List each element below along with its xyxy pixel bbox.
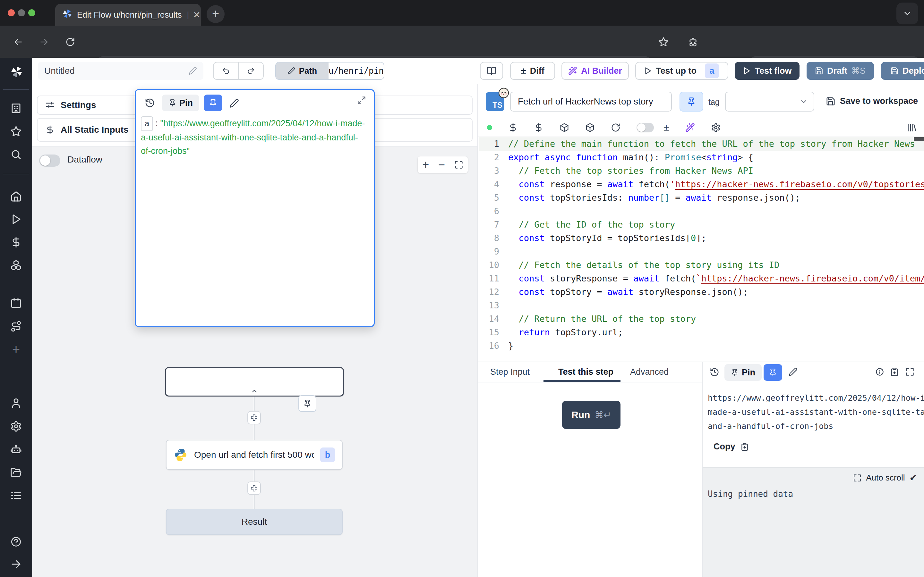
code-line[interactable]: 12 const topStory = await storyResponse.… bbox=[479, 285, 924, 299]
user-icon[interactable] bbox=[10, 398, 22, 409]
result-value[interactable]: https://www.geoffreylitt.com/2025/04/12/… bbox=[708, 391, 924, 434]
test-up-to-step-badge[interactable]: a bbox=[705, 63, 719, 78]
add-step-button[interactable] bbox=[247, 411, 261, 424]
add-step-button[interactable] bbox=[247, 482, 261, 495]
docs-book-button[interactable] bbox=[480, 62, 503, 80]
ai-builder-button[interactable]: AI Builder bbox=[561, 62, 629, 80]
code-line[interactable]: 1// Define the main function to fetch th… bbox=[479, 137, 924, 151]
package-icon[interactable] bbox=[585, 123, 595, 132]
flows-route-icon[interactable] bbox=[10, 321, 22, 332]
fit-view-icon[interactable] bbox=[454, 160, 463, 169]
node-pin-badge[interactable] bbox=[298, 395, 317, 412]
help-icon[interactable] bbox=[10, 536, 22, 548]
diff-button[interactable]: ± Diff bbox=[510, 62, 555, 80]
bookmark-star-icon[interactable] bbox=[658, 37, 669, 47]
code-line[interactable]: 2export async function main(): Promise<s… bbox=[479, 151, 924, 164]
code-line[interactable]: 13 bbox=[479, 299, 924, 312]
editor-settings-gear-icon[interactable] bbox=[711, 123, 720, 132]
code-line[interactable]: 4 const response = await fetch('https://… bbox=[479, 177, 924, 191]
step-pin-active-button[interactable] bbox=[680, 92, 703, 111]
history-icon[interactable] bbox=[710, 367, 719, 377]
flow-step-node-a[interactable] bbox=[165, 367, 344, 396]
test-up-to-button[interactable]: Test up to a bbox=[635, 62, 728, 80]
auto-scroll-control[interactable]: Auto scroll ✔ bbox=[853, 472, 917, 483]
tag-select[interactable] bbox=[725, 92, 814, 111]
draft-button[interactable]: Draft ⌘S bbox=[806, 62, 874, 80]
ai-robot-icon[interactable] bbox=[10, 444, 22, 455]
settings-gear-icon[interactable] bbox=[10, 421, 22, 432]
maximize-window-button[interactable] bbox=[28, 9, 35, 16]
expand-log-icon[interactable] bbox=[853, 474, 861, 482]
close-window-button[interactable] bbox=[8, 9, 15, 16]
diff-icon[interactable]: ± bbox=[664, 122, 669, 134]
result-pin-button[interactable]: Pin bbox=[724, 364, 762, 381]
browser-tab[interactable]: Edit Flow u/henri/pin_results | ✕ bbox=[55, 4, 201, 26]
save-to-workspace-button[interactable]: Save to workspace bbox=[826, 96, 918, 106]
history-icon[interactable] bbox=[145, 98, 155, 108]
code-line[interactable]: 16} bbox=[479, 339, 924, 353]
flow-step-node-b[interactable]: Open url and fetch first 500 words of ..… bbox=[166, 440, 342, 470]
workspace-building-icon[interactable] bbox=[10, 103, 22, 114]
step-name-input[interactable]: Fetch url of HackerNews top story bbox=[510, 92, 672, 111]
code-line[interactable]: 5 const topStoriesIds: number[] = await … bbox=[479, 191, 924, 205]
flow-name-input[interactable]: Untitled bbox=[38, 62, 204, 80]
redo-button[interactable] bbox=[239, 63, 263, 79]
pinned-value[interactable]: a : "https://www.geoffreylitt.com/2025/0… bbox=[141, 116, 365, 158]
audit-list-icon[interactable] bbox=[10, 490, 22, 501]
editor-scrollbar-thumb[interactable] bbox=[914, 137, 924, 141]
folders-icon[interactable] bbox=[10, 467, 22, 478]
favorites-star-icon[interactable] bbox=[10, 126, 22, 137]
edit-pencil-icon[interactable] bbox=[788, 367, 798, 376]
variable-dollar-icon[interactable] bbox=[508, 123, 518, 132]
tab-search-button[interactable] bbox=[897, 3, 918, 24]
test-flow-button[interactable]: Test flow bbox=[735, 62, 800, 80]
resource-dollar-icon[interactable] bbox=[534, 123, 543, 132]
windmill-logo-icon[interactable] bbox=[10, 65, 22, 77]
result-pin-active-button[interactable] bbox=[764, 364, 782, 381]
run-button[interactable]: Run ⌘↵ bbox=[562, 401, 620, 429]
code-line[interactable]: 7 // Get the ID of the top story bbox=[479, 218, 924, 231]
collapse-chevron-up-icon[interactable] bbox=[250, 387, 259, 395]
code-line[interactable]: 8 const topStoryId = topStoriesIds[0]; bbox=[479, 231, 924, 245]
variables-dollar-icon[interactable] bbox=[10, 237, 22, 248]
home-icon[interactable] bbox=[10, 190, 22, 202]
clipboard-icon[interactable] bbox=[890, 367, 899, 376]
pin-button[interactable]: Pin bbox=[162, 95, 199, 111]
flow-result-node[interactable]: Result bbox=[166, 509, 342, 535]
schedules-calendar-icon[interactable] bbox=[10, 298, 22, 309]
tab-advanced[interactable]: Advanced bbox=[630, 362, 669, 382]
code-editor[interactable]: 1// Define the main function to fetch th… bbox=[479, 137, 924, 362]
runs-play-icon[interactable] bbox=[10, 213, 22, 225]
tab-close-icon[interactable]: ✕ bbox=[193, 10, 200, 20]
zoom-in-icon[interactable]: + bbox=[422, 158, 429, 171]
tab-step-input[interactable]: Step Input bbox=[490, 362, 530, 382]
editor-toggle[interactable] bbox=[636, 123, 654, 132]
dataflow-toggle[interactable] bbox=[39, 155, 60, 167]
back-icon[interactable] bbox=[13, 37, 23, 47]
resources-cubes-icon[interactable] bbox=[10, 259, 22, 271]
fullscreen-icon[interactable] bbox=[905, 367, 914, 376]
minimize-window-button[interactable] bbox=[18, 9, 25, 16]
code-line[interactable]: 6 bbox=[479, 205, 924, 218]
pin-active-button[interactable] bbox=[204, 95, 222, 111]
undo-button[interactable] bbox=[214, 63, 239, 79]
library-icon[interactable] bbox=[907, 122, 917, 133]
deploy-button[interactable]: Deploy bbox=[881, 62, 924, 80]
new-tab-button[interactable]: + bbox=[207, 5, 225, 23]
add-plus-icon[interactable]: + bbox=[10, 343, 22, 355]
info-icon[interactable] bbox=[875, 367, 884, 376]
ai-wand-icon[interactable] bbox=[685, 123, 695, 132]
search-icon[interactable] bbox=[10, 149, 22, 160]
forward-icon[interactable] bbox=[39, 37, 49, 47]
collapse-arrow-icon[interactable] bbox=[10, 558, 22, 570]
extensions-puzzle-icon[interactable] bbox=[688, 37, 698, 47]
code-line[interactable]: 15 return topStory.url; bbox=[479, 326, 924, 339]
code-line[interactable]: 11 const storyResponse = await fetch(`ht… bbox=[479, 272, 924, 285]
zoom-out-icon[interactable]: − bbox=[438, 158, 445, 171]
code-line[interactable]: 10 // Fetch the details of the top story… bbox=[479, 258, 924, 272]
reload-icon[interactable] bbox=[65, 37, 75, 47]
expand-icon[interactable] bbox=[357, 96, 366, 105]
reload-icon[interactable] bbox=[611, 123, 620, 132]
code-line[interactable]: 3 // Fetch the top stories from Hacker N… bbox=[479, 164, 924, 177]
tab-test-this-step[interactable]: Test this step bbox=[558, 362, 614, 382]
